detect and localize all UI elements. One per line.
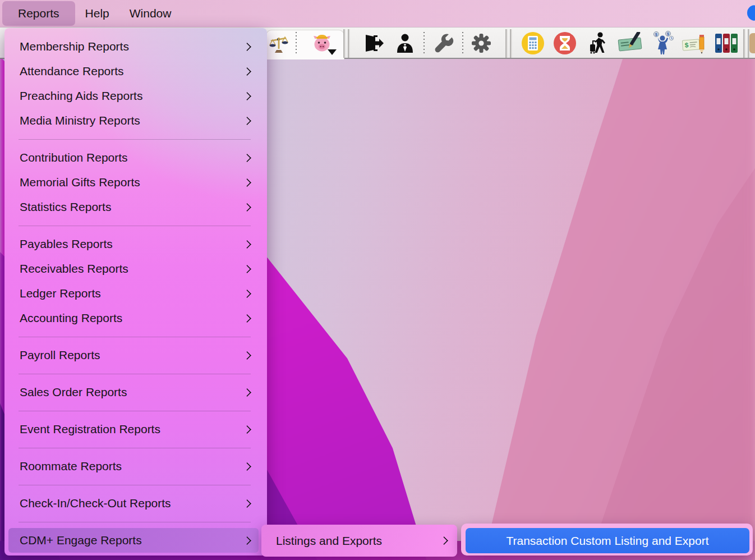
chevron-right-icon — [243, 91, 252, 100]
gear-icon[interactable] — [471, 33, 492, 54]
menu-separator — [19, 448, 251, 448]
menu-item-roommate-reports[interactable]: Roommate Reports — [4, 454, 267, 479]
menu-item-statistics-reports[interactable]: Statistics Reports — [4, 195, 267, 219]
toolbar-group-separator — [506, 29, 512, 58]
chevron-right-icon — [243, 536, 252, 545]
menu-item-check-in-check-out-reports[interactable]: Check-In/Check-Out Reports — [4, 491, 267, 516]
chevron-right-icon — [243, 116, 252, 125]
chevron-right-icon — [440, 536, 449, 545]
menu-separator — [19, 485, 251, 485]
svg-text:$: $ — [655, 33, 657, 37]
menu-item-payables-reports[interactable]: Payables Reports — [4, 232, 267, 256]
piggy-dropdown-arrow[interactable] — [327, 49, 337, 56]
toolbar-group-separator — [744, 29, 750, 58]
menu-separator — [19, 139, 251, 140]
chevron-right-icon — [243, 462, 252, 471]
payroll-check-pencil-icon[interactable]: $ — [682, 31, 707, 56]
chevron-right-icon — [243, 499, 252, 508]
wrench-icon[interactable] — [433, 33, 454, 54]
menubar-item-reports[interactable]: Reports — [2, 1, 75, 26]
balance-scale-icon[interactable] — [268, 32, 289, 54]
menu-item-media-ministry-reports[interactable]: Media Ministry Reports — [4, 108, 267, 133]
menubar-item-help[interactable]: Help — [75, 1, 119, 26]
menu-item-transaction-custom-listing-and-export[interactable]: Transaction Custom Listing and Export — [466, 528, 749, 553]
menu-item-receivables-reports[interactable]: Receivables Reports — [4, 256, 267, 281]
chevron-right-icon — [243, 388, 252, 397]
menu-item-sales-order-reports[interactable]: Sales Order Reports — [4, 380, 267, 405]
person-icon[interactable] — [395, 33, 415, 53]
chevron-right-icon — [243, 289, 252, 298]
menu-item-ledger-reports[interactable]: Ledger Reports — [4, 281, 267, 306]
check-writing-icon[interactable] — [616, 32, 643, 54]
toolbar-dotted-separator — [296, 32, 297, 56]
toolbar-group-separator — [344, 29, 350, 58]
transaction-item-label: Transaction Custom Listing and Export — [506, 534, 708, 548]
toolbar-dotted-separator — [423, 32, 425, 56]
menu-separator — [19, 226, 251, 226]
menu-separator — [19, 522, 251, 522]
chevron-right-icon — [243, 153, 252, 162]
calculator-icon[interactable] — [521, 31, 545, 56]
chevron-right-icon — [243, 67, 252, 76]
chevron-right-icon — [243, 264, 252, 273]
traveler-icon[interactable] — [586, 31, 610, 55]
status-icon[interactable] — [747, 5, 755, 21]
menu-item-membership-reports[interactable]: Membership Reports — [4, 34, 267, 59]
menubar: Reports Help Window — [0, 0, 755, 27]
hourglass-icon[interactable] — [553, 31, 577, 56]
menubar-item-window[interactable]: Window — [119, 1, 182, 26]
chevron-right-icon — [243, 178, 252, 187]
menu-item-payroll-reports[interactable]: Payroll Reports — [4, 343, 267, 368]
chevron-right-icon — [243, 425, 252, 434]
menu-item-contribution-reports[interactable]: Contribution Reports — [4, 145, 267, 170]
menu-item-memorial-gifts-reports[interactable]: Memorial Gifts Reports — [4, 170, 267, 195]
menu-item-preaching-aids-reports[interactable]: Preaching Aids Reports — [4, 84, 267, 108]
menu-separator — [19, 411, 251, 411]
menu-item-event-registration-reports[interactable]: Event Registration Reports — [4, 417, 267, 442]
screen: $ $ $ — [0, 0, 755, 560]
menu-separator — [19, 337, 251, 337]
reports-menu: Membership Reports Attendance Reports Pr… — [4, 28, 267, 556]
clipped-edge-icon[interactable] — [749, 33, 755, 53]
toolbar-dotted-separator — [462, 32, 463, 56]
svg-text:$: $ — [667, 32, 669, 36]
menu-item-accounting-reports[interactable]: Accounting Reports — [4, 306, 267, 331]
menu-item-attendance-reports[interactable]: Attendance Reports — [4, 59, 267, 84]
money-manager-icon[interactable]: $ $ — [651, 31, 674, 56]
menu-item-cdm-engage-reports[interactable]: CDM+ Engage Reports — [4, 528, 267, 553]
submenu-panel-transaction: Transaction Custom Listing and Export — [461, 524, 753, 556]
chevron-right-icon — [243, 203, 252, 212]
chevron-right-icon — [243, 240, 252, 249]
menu-separator — [19, 374, 251, 374]
chevron-right-icon — [243, 351, 252, 360]
submenu-listings-label: Listings and Exports — [276, 534, 441, 548]
chevron-right-icon — [243, 314, 252, 323]
submenu-listings-and-exports[interactable]: Listings and Exports — [261, 525, 457, 557]
svg-text:$: $ — [684, 41, 689, 49]
chevron-right-icon — [243, 42, 252, 51]
binders-icon[interactable] — [714, 32, 740, 54]
exit-door-icon[interactable] — [363, 33, 384, 53]
